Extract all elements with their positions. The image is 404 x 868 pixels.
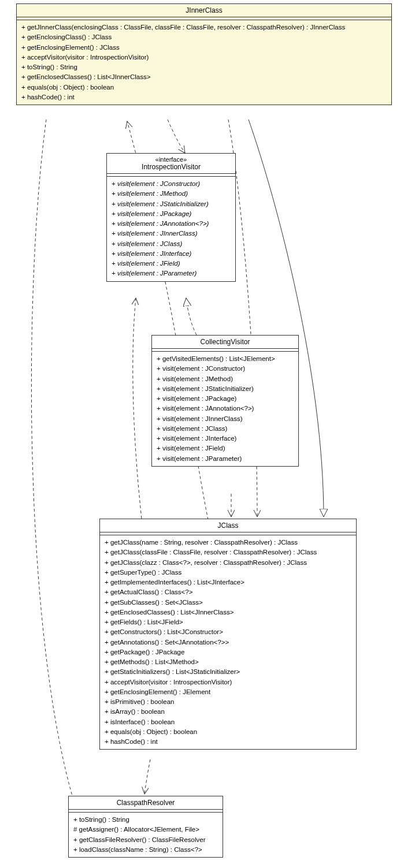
operation: + getActualClass() : Class<?> — [105, 587, 351, 597]
class-classpathresolver: ClasspathResolver + toString() : String#… — [68, 796, 223, 858]
operation: + visit(element : JClass) — [112, 239, 231, 249]
operation: + visit(element : JInnerClass) — [112, 229, 231, 239]
operation: + getSubClasses() : Set<JClass> — [105, 598, 351, 608]
operation: + getClassFileResolver() : ClassFileReso… — [73, 835, 218, 845]
operation: # getAssigner() : Allocator<JElement, Fi… — [73, 825, 218, 835]
operation: + getJInnerClass(enclosingClass : ClassF… — [21, 23, 387, 32]
class-jinnerclass: JInnerClass + getJInnerClass(enclosingCl… — [16, 3, 392, 105]
operation: + visit(element : JMethod) — [112, 189, 231, 199]
operation: + visit(element : JInterface) — [112, 249, 231, 259]
operation: + visit(element : JPackage) — [157, 394, 294, 404]
operation: + visit(element : JConstructor) — [112, 179, 231, 189]
operation: + getMethods() : List<JMethod> — [105, 657, 351, 667]
operation: + getConstructors() : List<JConstructor> — [105, 627, 351, 637]
operation: + getSuperType() : JClass — [105, 568, 351, 578]
operation: + getEnclosedClasses() : List<JInnerClas… — [21, 72, 387, 82]
operation: + hashCode() : int — [105, 737, 351, 747]
operation: + getStaticInitializers() : List<JStatic… — [105, 667, 351, 677]
operation: + visit(element : JParameter) — [157, 454, 294, 464]
class-ops: + visit(element : JConstructor)+ visit(e… — [107, 177, 235, 281]
class-title: CollectingVisitor — [152, 336, 298, 349]
operation: + toString() : String — [21, 62, 387, 72]
stereotype: «interface» — [110, 156, 232, 163]
operation: + equals(obj : Object) : boolean — [21, 83, 387, 92]
operation: + visit(element : JParameter) — [112, 269, 231, 278]
operation: + getJClass(classFile : ClassFile, resol… — [105, 547, 351, 557]
class-title: ClasspathResolver — [69, 796, 223, 810]
operation: + visit(element : JStaticInitializer) — [157, 384, 294, 394]
operation: + visit(element : JInterface) — [157, 434, 294, 444]
operation: + isPrimitive() : boolean — [105, 697, 351, 707]
operation: + isInterface() : boolean — [105, 717, 351, 727]
operation: + visit(element : JConstructor) — [157, 364, 294, 374]
class-title: «interface» IntrospectionVisitor — [107, 154, 235, 174]
operation: + acceptVisitor(visitor : IntrospectionV… — [105, 677, 351, 687]
operation: + loadClass(className : String) : Class<… — [73, 845, 218, 855]
class-title: JClass — [100, 519, 356, 532]
class-name: IntrospectionVisitor — [110, 163, 232, 171]
operation: + visit(element : JMethod) — [157, 374, 294, 384]
operation: + visit(element : JStaticInitializer) — [112, 199, 231, 209]
operation: + getEnclosingElement() : JClass — [21, 43, 387, 53]
operation: + getEnclosedClasses() : List<JInnerClas… — [105, 608, 351, 617]
operation: + toString() : String — [73, 815, 218, 825]
class-ops: + getJClass(name : String, resolver : Cl… — [100, 535, 356, 749]
operation: + getJClass(clazz : Class<?>, resolver :… — [105, 558, 351, 568]
operation: + visit(element : JField) — [157, 444, 294, 453]
class-collectingvisitor: CollectingVisitor + getVisitedElements()… — [151, 335, 299, 467]
operation: + visit(element : JAnnotation<?>) — [112, 219, 231, 229]
class-ops: + toString() : String# getAssigner() : A… — [69, 813, 223, 857]
operation: + visit(element : JPackage) — [112, 209, 231, 219]
operation: + getEnclosingElement() : JElement — [105, 687, 351, 697]
class-ops: + getVisitedElements() : List<JElement>+… — [152, 352, 298, 466]
operation: + visit(element : JClass) — [157, 424, 294, 434]
operation: + getImplementedInterfaces() : List<JInt… — [105, 578, 351, 587]
class-introspectionvisitor: «interface» IntrospectionVisitor + visit… — [106, 153, 236, 282]
operation: + getAnnotations() : Set<JAnnotation<?>> — [105, 638, 351, 647]
operation: + visit(element : JInnerClass) — [157, 414, 294, 424]
class-jclass: JClass + getJClass(name : String, resolv… — [99, 519, 357, 750]
operation: + getPackage() : JPackage — [105, 647, 351, 657]
class-ops: + getJInnerClass(enclosingClass : ClassF… — [17, 20, 391, 105]
operation: + visit(element : JField) — [112, 259, 231, 269]
operation: + isArray() : boolean — [105, 707, 351, 717]
operation: + visit(element : JAnnotation<?>) — [157, 404, 294, 413]
operation: + getJClass(name : String, resolver : Cl… — [105, 538, 351, 547]
operation: + getFields() : List<JField> — [105, 617, 351, 627]
operation: + acceptVisitor(visitor : IntrospectionV… — [21, 53, 387, 62]
operation: + equals(obj : Object) : boolean — [105, 727, 351, 737]
operation: + getVisitedElements() : List<JElement> — [157, 354, 294, 364]
class-title: JInnerClass — [17, 4, 391, 17]
operation: + getEnclosingClass() : JClass — [21, 32, 387, 42]
operation: + hashCode() : int — [21, 92, 387, 102]
